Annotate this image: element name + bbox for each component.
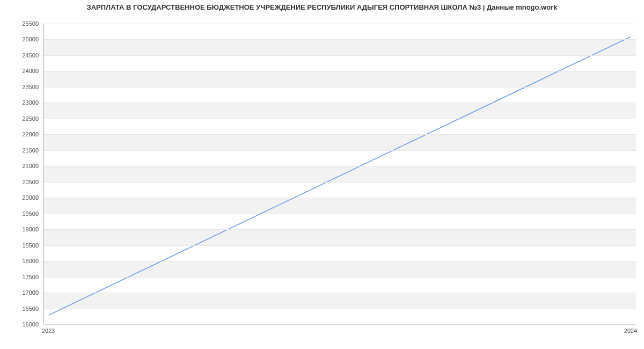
gridline xyxy=(43,55,636,56)
y-tick-label: 18500 xyxy=(22,242,39,249)
gridline xyxy=(43,198,636,198)
gridline xyxy=(43,87,636,88)
gridline xyxy=(43,214,636,214)
series-line xyxy=(49,37,631,315)
y-tick-label: 17000 xyxy=(22,289,39,296)
y-tick-label: 16000 xyxy=(22,321,39,328)
chart-container: ЗАРПЛАТА В ГОСУДАРСТВЕННОЕ БЮДЖЕТНОЕ УЧР… xyxy=(0,0,644,349)
gridline xyxy=(43,24,636,24)
y-tick-label: 24500 xyxy=(22,52,39,59)
gridline xyxy=(43,150,636,151)
y-tick-label: 19500 xyxy=(22,210,39,217)
y-tick-label: 23500 xyxy=(22,84,39,90)
chart-title: ЗАРПЛАТА В ГОСУДАРСТВЕННОЕ БЮДЖЕТНОЕ УЧР… xyxy=(0,3,644,11)
gridline xyxy=(43,293,636,293)
gridline xyxy=(43,309,636,309)
gridline xyxy=(43,119,636,119)
gridline xyxy=(43,39,636,40)
gridline xyxy=(43,277,636,278)
x-tick-label: 2023 xyxy=(42,328,55,334)
y-tick-label: 16500 xyxy=(22,306,39,312)
y-tick-label: 21000 xyxy=(22,163,39,169)
gridline xyxy=(43,71,636,71)
y-tick-label: 23000 xyxy=(22,99,39,106)
line-series xyxy=(43,24,636,324)
gridline xyxy=(43,245,636,246)
y-tick-label: 25500 xyxy=(22,20,39,27)
gridline xyxy=(43,134,636,135)
gridline xyxy=(43,182,636,183)
y-tick-label: 24000 xyxy=(22,68,39,74)
y-tick-label: 18000 xyxy=(22,258,39,264)
y-tick-label: 22000 xyxy=(22,131,39,137)
y-tick-label: 19000 xyxy=(22,226,39,232)
gridline xyxy=(43,324,636,325)
gridline xyxy=(43,229,636,230)
x-tick-label: 2024 xyxy=(624,328,637,334)
plot-area xyxy=(43,24,636,324)
y-tick-label: 20000 xyxy=(22,194,39,201)
y-tick-label: 17500 xyxy=(22,274,39,280)
gridline xyxy=(43,261,636,261)
gridline xyxy=(43,103,636,103)
y-tick-label: 25000 xyxy=(22,36,39,42)
y-tick-label: 20500 xyxy=(22,179,39,185)
y-tick-label: 22500 xyxy=(22,115,39,122)
y-tick-label: 21500 xyxy=(22,147,39,154)
gridline xyxy=(43,166,636,166)
